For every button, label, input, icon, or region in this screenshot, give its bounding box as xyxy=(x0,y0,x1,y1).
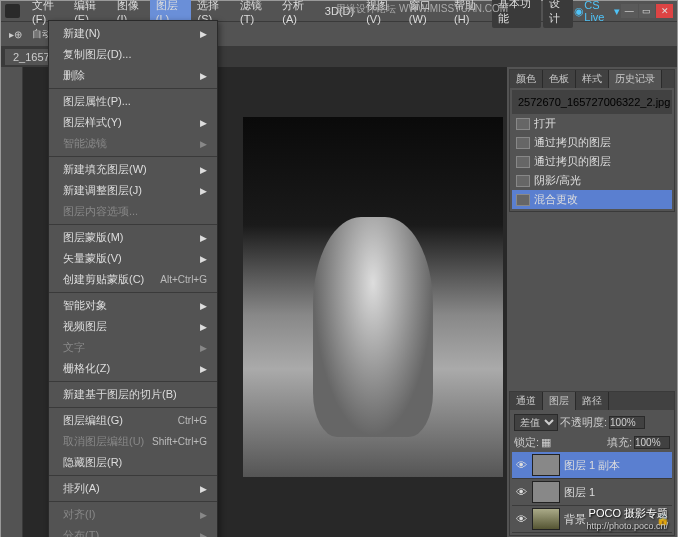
tab-layers[interactable]: 图层 xyxy=(543,392,576,410)
menu-item[interactable]: 图层蒙版(M)▶ xyxy=(49,227,217,248)
menu-item: 分布(T)▶ xyxy=(49,525,217,537)
history-item[interactable]: 混合更改 xyxy=(512,190,672,209)
visibility-icon[interactable]: 👁 xyxy=(514,513,528,525)
history-item[interactable]: 通过拷贝的图层 xyxy=(512,152,672,171)
tab-swatches[interactable]: 色板 xyxy=(543,70,576,88)
menu-item[interactable]: 新建调整图层(J)▶ xyxy=(49,180,217,201)
history-snapshot[interactable]: 2572670_165727006322_2.jpg xyxy=(512,90,672,114)
watermark-top: 思缘设计论坛 WWW.MISSYUAN.COM xyxy=(336,2,508,16)
opacity-label: 不透明度: xyxy=(560,415,607,430)
menu-item[interactable]: 删除▶ xyxy=(49,65,217,86)
fill-input[interactable] xyxy=(634,436,670,449)
cslive-label: CS Live xyxy=(584,0,614,23)
menu-item[interactable]: 新建(N)▶ xyxy=(49,23,217,44)
window-min-icon[interactable]: — xyxy=(621,4,638,18)
tab-paths[interactable]: 路径 xyxy=(576,392,609,410)
layer-menu-dropdown: 新建(N)▶复制图层(D)...删除▶图层属性(P)...图层样式(Y)▶智能滤… xyxy=(48,20,218,537)
menu-item[interactable]: 图层编组(G)Ctrl+G xyxy=(49,410,217,431)
submenu-arrow-icon: ▶ xyxy=(200,165,207,175)
window-close-icon[interactable]: ✕ xyxy=(656,4,673,18)
fill-label: 填充: xyxy=(607,435,632,450)
submenu-arrow-icon: ▶ xyxy=(200,233,207,243)
right-panels: 颜色 色板 样式 历史记录 2572670_165727006322_2.jpg… xyxy=(507,67,677,537)
watermark-bottom: POCO 摄影专题 http://photo.poco.cn/ xyxy=(586,506,668,531)
blend-mode-select[interactable]: 差值 xyxy=(514,414,558,431)
menu-filter[interactable]: 滤镜(T) xyxy=(234,0,276,27)
menu-item[interactable]: 复制图层(D)... xyxy=(49,44,217,65)
opacity-input[interactable] xyxy=(609,416,645,429)
visibility-icon[interactable]: 👁 xyxy=(514,459,528,471)
menu-item[interactable]: 图层样式(Y)▶ xyxy=(49,112,217,133)
submenu-arrow-icon: ▶ xyxy=(200,531,207,538)
lock-icon[interactable]: ▦ xyxy=(541,436,551,449)
menu-item: 对齐(I)▶ xyxy=(49,504,217,525)
cslive-button[interactable]: ◉ CS Live ▾ xyxy=(574,0,620,23)
history-item[interactable]: 通过拷贝的图层 xyxy=(512,133,672,152)
layer-row[interactable]: 👁图层 1 xyxy=(512,479,672,506)
submenu-arrow-icon: ▶ xyxy=(200,139,207,149)
menu-item[interactable]: 新建基于图层的切片(B) xyxy=(49,384,217,405)
menu-item: 文字▶ xyxy=(49,337,217,358)
tab-channels[interactable]: 通道 xyxy=(510,392,543,410)
submenu-arrow-icon: ▶ xyxy=(200,322,207,332)
menu-item: 取消图层编组(U)Shift+Ctrl+G xyxy=(49,431,217,452)
tab-history[interactable]: 历史记录 xyxy=(609,70,662,88)
submenu-arrow-icon: ▶ xyxy=(200,71,207,81)
menu-item[interactable]: 排列(A)▶ xyxy=(49,478,217,499)
move-tool-icon[interactable]: ▸⊕ xyxy=(5,27,26,42)
submenu-arrow-icon: ▶ xyxy=(200,301,207,311)
menu-item[interactable]: 视频图层▶ xyxy=(49,316,217,337)
window-max-icon[interactable]: ▭ xyxy=(639,4,656,18)
workspace-design[interactable]: 设计 xyxy=(543,0,573,28)
submenu-arrow-icon: ▶ xyxy=(200,254,207,264)
menu-item[interactable]: 栅格化(Z)▶ xyxy=(49,358,217,379)
canvas-image xyxy=(243,117,503,477)
menu-item: 图层内容选项... xyxy=(49,201,217,222)
history-panel: 颜色 色板 样式 历史记录 2572670_165727006322_2.jpg… xyxy=(509,69,675,212)
menu-item[interactable]: 矢量蒙版(V)▶ xyxy=(49,248,217,269)
history-item[interactable]: 阴影/高光 xyxy=(512,171,672,190)
lock-label: 锁定: xyxy=(514,435,539,450)
submenu-arrow-icon: ▶ xyxy=(200,484,207,494)
submenu-arrow-icon: ▶ xyxy=(200,343,207,353)
menu-item[interactable]: 智能对象▶ xyxy=(49,295,217,316)
menu-item[interactable]: 新建填充图层(W)▶ xyxy=(49,159,217,180)
layer-row[interactable]: 👁图层 1 副本 xyxy=(512,452,672,479)
app-logo xyxy=(5,4,20,18)
visibility-icon[interactable]: 👁 xyxy=(514,486,528,498)
tools-panel[interactable] xyxy=(1,67,23,537)
submenu-arrow-icon: ▶ xyxy=(200,118,207,128)
menu-item[interactable]: 图层属性(P)... xyxy=(49,91,217,112)
submenu-arrow-icon: ▶ xyxy=(200,510,207,520)
menu-item[interactable]: 隐藏图层(R) xyxy=(49,452,217,473)
tab-styles[interactable]: 样式 xyxy=(576,70,609,88)
submenu-arrow-icon: ▶ xyxy=(200,364,207,374)
history-item[interactable]: 打开 xyxy=(512,114,672,133)
menu-item: 智能滤镜▶ xyxy=(49,133,217,154)
submenu-arrow-icon: ▶ xyxy=(200,29,207,39)
tab-color[interactable]: 颜色 xyxy=(510,70,543,88)
history-file: 2572670_165727006322_2.jpg xyxy=(518,96,670,108)
submenu-arrow-icon: ▶ xyxy=(200,186,207,196)
menu-analysis[interactable]: 分析(A) xyxy=(276,0,319,27)
menu-item[interactable]: 创建剪贴蒙版(C)Alt+Ctrl+G xyxy=(49,269,217,290)
